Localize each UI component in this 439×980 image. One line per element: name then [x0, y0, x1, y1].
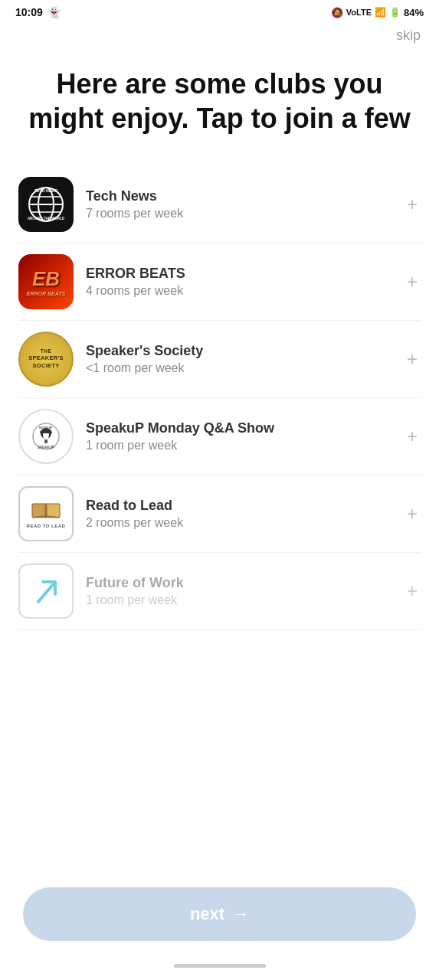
club-add-error-beats[interactable]: +	[404, 273, 421, 291]
svg-text:AROUND THE WORLD: AROUND THE WORLD	[28, 217, 65, 220]
skip-button[interactable]: skip	[396, 28, 421, 44]
next-arrow-icon: →	[232, 904, 249, 924]
club-add-read-to-lead[interactable]: +	[404, 505, 421, 523]
club-add-tech-news[interactable]: +	[404, 195, 421, 214]
club-avatar-future-of-work	[18, 564, 74, 619]
club-rooms-error-beats: 4 rooms per week	[86, 284, 391, 298]
status-bar: 10:09 👻 🔕 VoLTE 📶 🔋 84%	[0, 0, 439, 21]
club-name-speakup-monday: SpeakuP Monday Q&A Show	[86, 420, 391, 436]
club-avatar-speakup-monday: SPEAKUP MONDAY	[18, 409, 74, 464]
next-button[interactable]: next →	[23, 887, 416, 941]
club-name-read-to-lead: Read to Lead	[86, 498, 391, 514]
club-item-error-beats[interactable]: EB Error Beats ERROR BEATS 4 rooms per w…	[18, 243, 421, 321]
svg-rect-13	[47, 504, 60, 518]
next-button-label: next	[190, 904, 224, 924]
svg-text:TECH NEWS: TECH NEWS	[34, 188, 58, 193]
club-info-speakup-monday: SpeakuP Monday Q&A Show 1 room per week	[74, 420, 404, 452]
club-info-error-beats: ERROR BEATS 4 rooms per week	[74, 266, 404, 298]
avatar-fow-icon	[20, 565, 72, 617]
club-add-speakup-monday[interactable]: +	[404, 427, 421, 446]
club-rooms-tech-news: 7 rooms per week	[86, 207, 391, 220]
club-add-speakers-society[interactable]: +	[404, 350, 421, 368]
club-name-speakers-society: Speaker's Society	[86, 343, 391, 359]
club-info-read-to-lead: Read to Lead 2 rooms per week	[74, 498, 404, 530]
avatar-speakers-text: THE SPEAKER'S SOCIETY	[20, 333, 72, 385]
svg-line-15	[38, 582, 55, 602]
club-list: TECH NEWS AROUND THE WORLD Tech News 7 r…	[0, 143, 439, 875]
mute-icon: 🔕	[331, 7, 343, 18]
club-name-tech-news: Tech News	[86, 188, 391, 204]
next-button-row: next →	[0, 875, 439, 956]
club-rooms-speakers-society: <1 room per week	[86, 361, 391, 375]
battery-icon: 🔋	[389, 7, 401, 18]
signal-text: VoLTE	[346, 8, 372, 17]
svg-rect-12	[32, 504, 45, 518]
club-avatar-speakers-society: THE SPEAKER'S SOCIETY	[18, 332, 74, 387]
club-item-read-to-lead[interactable]: READ TO LEAD Read to Lead 2 rooms per we…	[18, 475, 421, 553]
club-avatar-read-to-lead: READ TO LEAD	[18, 486, 74, 541]
club-item-future-of-work[interactable]: Future of Work 1 room per week +	[18, 553, 421, 630]
ghost-icon: 👻	[48, 6, 61, 18]
club-item-speakup-monday[interactable]: SPEAKUP MONDAY SpeakuP Monday Q&A Show 1…	[18, 398, 421, 475]
avatar-read-text: READ TO LEAD	[20, 488, 72, 540]
avatar-eb-text: EB Error Beats	[18, 254, 74, 309]
club-name-future-of-work: Future of Work	[86, 575, 391, 591]
club-info-future-of-work: Future of Work 1 room per week	[74, 575, 404, 607]
status-left: 10:09 👻	[15, 6, 61, 18]
svg-text:SPEAKUP: SPEAKUP	[38, 446, 54, 449]
home-indicator	[0, 956, 439, 980]
club-add-future-of-work[interactable]: +	[404, 582, 421, 600]
club-avatar-error-beats: EB Error Beats	[18, 254, 74, 309]
club-rooms-read-to-lead: 2 rooms per week	[86, 516, 391, 530]
svg-rect-9	[44, 439, 48, 443]
club-rooms-future-of-work: 1 room per week	[86, 593, 391, 607]
club-item-tech-news[interactable]: TECH NEWS AROUND THE WORLD Tech News 7 r…	[18, 166, 421, 243]
club-name-error-beats: ERROR BEATS	[86, 266, 391, 282]
battery-percent: 84%	[404, 7, 424, 18]
status-right: 🔕 VoLTE 📶 🔋 84%	[331, 7, 424, 18]
club-info-tech-news: Tech News 7 rooms per week	[74, 188, 404, 220]
club-rooms-speakup-monday: 1 room per week	[86, 439, 391, 452]
svg-text:MONDAY: MONDAY	[39, 426, 53, 430]
network-icon: 📶	[375, 7, 386, 18]
home-bar	[174, 964, 266, 968]
club-avatar-tech-news: TECH NEWS AROUND THE WORLD	[18, 177, 74, 232]
heading: Here are some clubs you might enjoy. Tap…	[0, 44, 439, 143]
status-time: 10:09	[15, 6, 43, 18]
club-item-speakers-society[interactable]: THE SPEAKER'S SOCIETY Speaker's Society …	[18, 321, 421, 398]
skip-row: skip	[0, 21, 439, 44]
club-info-speakers-society: Speaker's Society <1 room per week	[74, 343, 404, 375]
avatar-speakup-text: SPEAKUP MONDAY	[20, 410, 72, 462]
